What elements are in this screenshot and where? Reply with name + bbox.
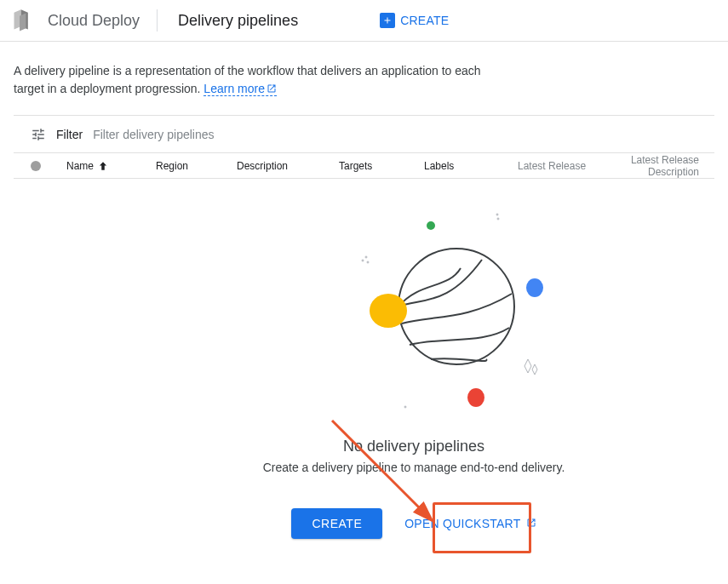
cloud-deploy-icon [11, 9, 35, 32]
column-header-description[interactable]: Description [237, 160, 339, 172]
create-button-top-label: CREATE [400, 14, 449, 27]
svg-point-6 [497, 218, 499, 220]
table-header-row: Name Region Description Targets Labels L… [14, 153, 714, 179]
external-link-icon [267, 83, 277, 94]
select-all-column[interactable] [29, 161, 66, 171]
svg-point-4 [467, 388, 484, 407]
empty-state: No delivery pipelines Create a delivery … [192, 434, 635, 539]
plus-icon [380, 13, 395, 28]
empty-state-actions: CREATE OPEN QUICKSTART [291, 508, 536, 539]
filter-row: Filter [14, 116, 714, 153]
open-quickstart-label: OPEN QUICKSTART [404, 517, 520, 530]
page-title: Delivery pipelines [163, 12, 318, 30]
filter-label: Filter [56, 128, 83, 141]
empty-state-title: No delivery pipelines [343, 438, 484, 455]
empty-state-subtitle: Create a delivery pipeline to manage end… [263, 461, 565, 474]
column-header-latest-release[interactable]: Latest Release [518, 160, 607, 172]
create-button-empty[interactable]: CREATE [291, 508, 382, 539]
empty-state-illustration [312, 213, 550, 434]
column-header-region[interactable]: Region [156, 160, 237, 172]
intro-text: A delivery pipeline is a representation … [14, 62, 490, 98]
filter-icon [31, 127, 46, 142]
column-header-name[interactable]: Name [66, 160, 156, 172]
product-logo [7, 9, 39, 32]
column-header-targets[interactable]: Targets [339, 160, 424, 172]
top-bar: Cloud Deploy Delivery pipelines CREATE [0, 0, 728, 42]
product-name: Cloud Deploy [39, 12, 152, 30]
svg-point-9 [367, 261, 369, 263]
learn-more-link[interactable]: Learn more [203, 82, 277, 96]
svg-point-2 [427, 221, 435, 230]
divider [157, 9, 158, 31]
pipeline-table: Filter Name Region Description Targets L… [14, 115, 714, 179]
filter-input[interactable] [93, 128, 706, 141]
learn-more-label: Learn more [203, 82, 265, 95]
create-button-top[interactable]: CREATE [370, 6, 459, 35]
svg-point-8 [365, 256, 367, 258]
column-header-latest-release-description[interactable]: Latest Release Description [607, 154, 699, 178]
select-all-indicator [31, 161, 41, 171]
svg-point-10 [404, 406, 406, 408]
svg-point-0 [398, 249, 514, 364]
sort-ascending-icon [97, 160, 109, 172]
svg-point-7 [362, 260, 364, 261]
external-link-icon [526, 518, 536, 528]
svg-point-3 [526, 278, 543, 297]
svg-point-5 [496, 214, 498, 215]
open-quickstart-link[interactable]: OPEN QUICKSTART [404, 517, 536, 530]
empty-state-area: No delivery pipelines Create a delivery … [14, 179, 714, 584]
filter-trigger[interactable]: Filter [31, 127, 706, 142]
column-name-label: Name [66, 160, 94, 172]
content-area: A delivery pipeline is a representation … [0, 42, 728, 584]
svg-point-1 [370, 294, 407, 328]
column-header-labels[interactable]: Labels [424, 160, 518, 172]
